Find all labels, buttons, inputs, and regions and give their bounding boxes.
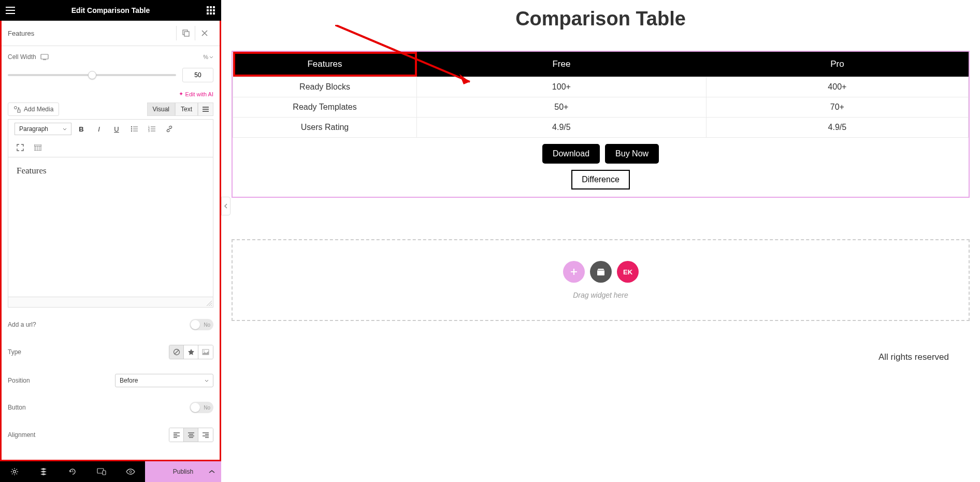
footer-text: All rights reserved: [221, 337, 980, 378]
svg-point-27: [13, 471, 16, 473]
svg-point-26: [204, 350, 205, 352]
fullscreen-button[interactable]: [12, 140, 28, 155]
accordion-header[interactable]: Features: [2, 21, 220, 46]
type-star-button[interactable]: [184, 345, 198, 359]
visual-tab[interactable]: Visual: [147, 103, 175, 116]
menu-icon[interactable]: [4, 4, 17, 17]
svg-rect-5: [213, 9, 215, 11]
table-row: Ready Templates 50+ 70+: [233, 97, 969, 118]
comparison-table: Features Free Pro Ready Blocks 100+ 400+…: [233, 52, 969, 138]
button-toggle[interactable]: No: [190, 402, 213, 413]
svg-rect-6: [207, 12, 209, 14]
accordion-title: Features: [8, 30, 34, 37]
canvas: Comparison Table Features Free Pro Ready…: [221, 0, 980, 482]
numbered-list-button[interactable]: 123: [144, 122, 160, 136]
navigator-icon[interactable]: [29, 461, 58, 482]
buy-now-button[interactable]: Buy Now: [605, 144, 659, 164]
cell-width-input[interactable]: [182, 68, 213, 82]
svg-rect-10: [184, 32, 189, 36]
paragraph-select[interactable]: Paragraph: [15, 123, 71, 135]
type-buttons: [169, 345, 213, 359]
svg-rect-7: [210, 12, 212, 14]
table-header-pro[interactable]: Pro: [706, 52, 968, 77]
align-center-button[interactable]: [184, 428, 198, 442]
add-url-toggle[interactable]: No: [190, 319, 213, 330]
table-row: Users Rating 4.9/5 4.9/5: [233, 118, 969, 138]
svg-rect-8: [213, 12, 215, 14]
table-header-features[interactable]: Features: [233, 52, 417, 77]
download-button[interactable]: Download: [542, 144, 600, 164]
drop-text: Drag widget here: [253, 291, 948, 299]
template-library-icon[interactable]: [590, 261, 612, 283]
svg-text:3: 3: [148, 129, 150, 132]
edit-with-ai-link[interactable]: ✦Edit with AI: [2, 89, 220, 99]
svg-point-30: [129, 471, 132, 473]
publish-button[interactable]: Publish: [145, 461, 221, 482]
comparison-table-widget[interactable]: Features Free Pro Ready Blocks 100+ 400+…: [232, 51, 970, 198]
svg-rect-15: [203, 109, 209, 110]
type-image-button[interactable]: [198, 345, 213, 359]
table-row: Ready Blocks 100+ 400+: [233, 77, 969, 97]
responsive-icon[interactable]: [87, 461, 116, 482]
cell-width-row: Cell Width %: [2, 46, 220, 68]
editor-resize[interactable]: [8, 297, 213, 308]
svg-rect-11: [41, 54, 48, 59]
unit-select[interactable]: %: [203, 54, 213, 60]
align-right-button[interactable]: [198, 428, 213, 442]
svg-rect-4: [210, 9, 212, 11]
link-button[interactable]: [162, 122, 177, 136]
alignment-label: Alignment: [8, 431, 35, 439]
chevron-up-icon[interactable]: [209, 470, 215, 474]
widget-drop-zone[interactable]: EK Drag widget here: [232, 239, 970, 321]
difference-button[interactable]: Difference: [571, 170, 630, 189]
preview-icon[interactable]: [116, 461, 145, 482]
svg-point-12: [15, 107, 17, 109]
sidebar-title: Edit Comparison Table: [17, 6, 205, 14]
svg-point-19: [131, 130, 132, 132]
toolbar-toggle-button[interactable]: [30, 140, 46, 155]
svg-rect-14: [203, 107, 209, 108]
italic-button[interactable]: I: [91, 122, 107, 136]
add-media-button[interactable]: Add Media: [8, 103, 59, 116]
elementskit-icon[interactable]: EK: [617, 261, 639, 283]
duplicate-icon[interactable]: [176, 26, 195, 40]
type-label: Type: [8, 348, 21, 356]
history-icon[interactable]: [58, 461, 87, 482]
desktop-icon[interactable]: [40, 54, 49, 60]
add-section-icon[interactable]: [563, 261, 585, 283]
bottom-bar: Publish: [0, 461, 221, 482]
type-none-button[interactable]: [169, 345, 184, 359]
svg-rect-2: [213, 6, 215, 8]
widgets-grid-icon[interactable]: [205, 4, 217, 17]
button-label: Button: [8, 404, 26, 411]
bold-button[interactable]: B: [74, 122, 89, 136]
collapse-sidebar-button[interactable]: [221, 197, 230, 215]
table-header-free[interactable]: Free: [417, 52, 707, 77]
text-tab[interactable]: Text: [175, 103, 198, 116]
close-icon[interactable]: [195, 26, 213, 40]
svg-point-17: [131, 126, 132, 127]
position-label: Position: [8, 377, 30, 384]
sidebar-header: Edit Comparison Table: [0, 0, 221, 21]
svg-point-18: [131, 128, 132, 129]
svg-rect-3: [207, 9, 209, 11]
svg-rect-0: [207, 6, 209, 8]
panel-content: Features Cell Width %: [0, 21, 221, 461]
alignment-buttons: [169, 428, 213, 442]
editor-sidebar: Edit Comparison Table Features: [0, 0, 221, 482]
underline-button[interactable]: U: [109, 122, 124, 136]
position-select[interactable]: Before: [115, 374, 213, 387]
editor-options-icon[interactable]: [198, 103, 213, 116]
bullet-list-button[interactable]: [126, 122, 142, 136]
settings-icon[interactable]: [0, 461, 29, 482]
svg-rect-29: [103, 471, 106, 475]
svg-rect-16: [203, 111, 209, 112]
svg-rect-1: [210, 6, 212, 8]
align-left-button[interactable]: [169, 428, 184, 442]
add-url-label: Add a url?: [8, 321, 36, 328]
page-title: Comparison Table: [221, 0, 980, 51]
editor-textarea[interactable]: Features: [8, 157, 213, 297]
svg-text:EK: EK: [623, 268, 632, 275]
cell-width-slider[interactable]: [8, 74, 176, 76]
svg-rect-13: [18, 110, 20, 112]
